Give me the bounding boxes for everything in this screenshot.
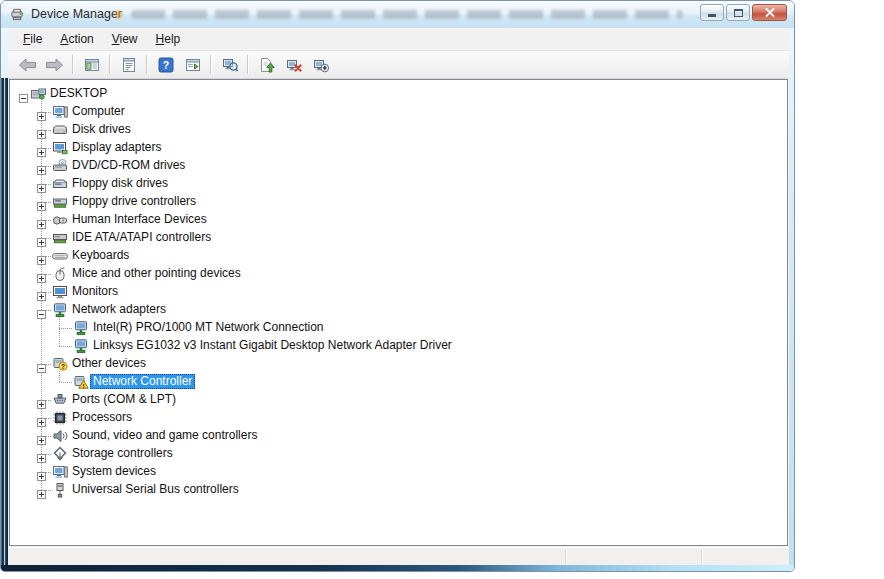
disable-icon [313, 57, 329, 73]
collapse-minus-icon[interactable] [37, 305, 46, 314]
svg-text:?: ? [162, 59, 168, 71]
tree-item: Linksys EG1032 v3 Instant Gigabit Deskto… [10, 337, 787, 355]
tree-item: Storage controllers [10, 445, 787, 463]
back-button[interactable] [15, 53, 40, 76]
expand-plus-icon[interactable] [37, 161, 46, 170]
properties-button[interactable] [116, 53, 141, 76]
close-button[interactable] [752, 4, 787, 21]
forward-button[interactable] [42, 53, 67, 76]
expand-plus-icon[interactable] [37, 449, 46, 458]
tree-item-label[interactable]: Processors [69, 410, 135, 425]
menu-help[interactable]: Help [147, 29, 190, 49]
screenshot-canvas: Device Manager FileActionViewHelp ? DESK… [0, 0, 884, 579]
update-driver-button[interactable] [254, 53, 279, 76]
menu-view[interactable]: View [103, 29, 147, 49]
tree-item-label[interactable]: Other devices [69, 356, 149, 371]
window-title: Device Manager [31, 1, 122, 28]
window-controls [700, 4, 787, 21]
tree-item: Sound, video and game controllers [10, 427, 787, 445]
uninstall-button[interactable] [281, 53, 306, 76]
device-manager-window: Device Manager FileActionViewHelp ? DESK… [0, 0, 795, 572]
tree-item-label[interactable]: Linksys EG1032 v3 Instant Gigabit Deskto… [90, 338, 455, 353]
tree-item-label[interactable]: Mice and other pointing devices [69, 266, 244, 281]
disk-drive-icon [52, 122, 68, 138]
blurred-url-watermark [131, 10, 683, 19]
mouse-icon [52, 266, 68, 282]
desktop-computer-icon [30, 86, 46, 102]
cdrom-drive-icon [52, 158, 68, 174]
tree-item: System devices [10, 463, 787, 481]
expand-plus-icon[interactable] [37, 413, 46, 422]
tree-item-label[interactable]: Network adapters [69, 302, 169, 317]
maximize-button[interactable] [726, 4, 750, 21]
tree-item-label[interactable]: System devices [69, 464, 159, 479]
tree-item-label[interactable]: IDE ATA/ATAPI controllers [69, 230, 214, 245]
expand-plus-icon[interactable] [37, 107, 46, 116]
window-chrome: FileActionViewHelp ? DESKTOPComputerDisk… [8, 28, 789, 567]
tree-item-label[interactable]: Monitors [69, 284, 121, 299]
expand-plus-icon[interactable] [37, 251, 46, 260]
display-adapter-icon [52, 140, 68, 156]
menu-action[interactable]: Action [51, 29, 102, 49]
expand-plus-icon[interactable] [37, 431, 46, 440]
tree-item: ?Other devices [10, 355, 787, 373]
show-hide-action-pane-button[interactable] [180, 53, 205, 76]
tree-item: !Network Controller [10, 373, 787, 391]
unknown-device-icon: ? [52, 356, 68, 372]
help-button[interactable]: ? [153, 53, 178, 76]
show-hide-console-tree-button[interactable] [79, 53, 104, 76]
tree-item-label[interactable]: Storage controllers [69, 446, 176, 461]
tree-item-label[interactable]: Sound, video and game controllers [69, 428, 260, 443]
tree-item: Intel(R) PRO/1000 MT Network Connection [10, 319, 787, 337]
tree-item-label[interactable]: Display adapters [69, 140, 164, 155]
tree-item-label[interactable]: DVD/CD-ROM drives [69, 158, 188, 173]
toolbar-separator [109, 55, 111, 74]
expand-plus-icon[interactable] [37, 467, 46, 476]
blurred-watermark-icon [114, 10, 123, 19]
ide-controller-icon [52, 230, 68, 246]
tree-item-label[interactable]: Floppy disk drives [69, 176, 171, 191]
tree-item-label[interactable]: Ports (COM & LPT) [69, 392, 179, 407]
monitor-icon [52, 284, 68, 300]
minimize-icon [708, 14, 716, 17]
toolbar-separator [210, 55, 212, 74]
tree-item: Monitors [10, 283, 787, 301]
tree-item: Display adapters [10, 139, 787, 157]
expand-plus-icon[interactable] [37, 125, 46, 134]
floppy-drive-icon [52, 176, 68, 192]
expand-plus-icon[interactable] [37, 197, 46, 206]
menu-file[interactable]: File [14, 29, 51, 49]
tree-item-label[interactable]: Keyboards [69, 248, 132, 263]
network-adapter-icon [52, 302, 68, 318]
scan-hardware-icon [222, 57, 238, 73]
tree-item: Floppy disk drives [10, 175, 787, 193]
expand-plus-icon[interactable] [37, 233, 46, 242]
tree-item-label[interactable]: Floppy drive controllers [69, 194, 199, 209]
minimize-button[interactable] [700, 4, 724, 21]
scan-for-hardware-changes-button[interactable] [217, 53, 242, 76]
tree-item: Ports (COM & LPT) [10, 391, 787, 409]
expand-plus-icon[interactable] [37, 215, 46, 224]
expand-plus-icon[interactable] [37, 287, 46, 296]
toolbar-separator [247, 55, 249, 74]
collapse-minus-icon[interactable] [19, 89, 28, 98]
tree-item-label[interactable]: Disk drives [69, 122, 134, 137]
collapse-minus-icon[interactable] [37, 359, 46, 368]
expand-plus-icon[interactable] [37, 269, 46, 278]
tree-item-label[interactable]: Universal Serial Bus controllers [69, 482, 242, 497]
tree-item: Processors [10, 409, 787, 427]
tree-item-label[interactable]: Human Interface Devices [69, 212, 210, 227]
expand-plus-icon[interactable] [37, 143, 46, 152]
tree-item: Floppy drive controllers [10, 193, 787, 211]
disable-button[interactable] [308, 53, 333, 76]
tree-item-label[interactable]: DESKTOP [47, 86, 110, 101]
expand-plus-icon[interactable] [37, 395, 46, 404]
tree-item-label[interactable]: Network Controller [90, 374, 195, 389]
expand-plus-icon[interactable] [37, 485, 46, 494]
tree-item-label[interactable]: Intel(R) PRO/1000 MT Network Connection [90, 320, 327, 335]
tree-item-label[interactable]: Computer [69, 104, 128, 119]
toolbar: ? [8, 51, 789, 79]
tree-item: Universal Serial Bus controllers [10, 481, 787, 499]
expand-plus-icon[interactable] [37, 179, 46, 188]
hid-icon [52, 212, 68, 228]
